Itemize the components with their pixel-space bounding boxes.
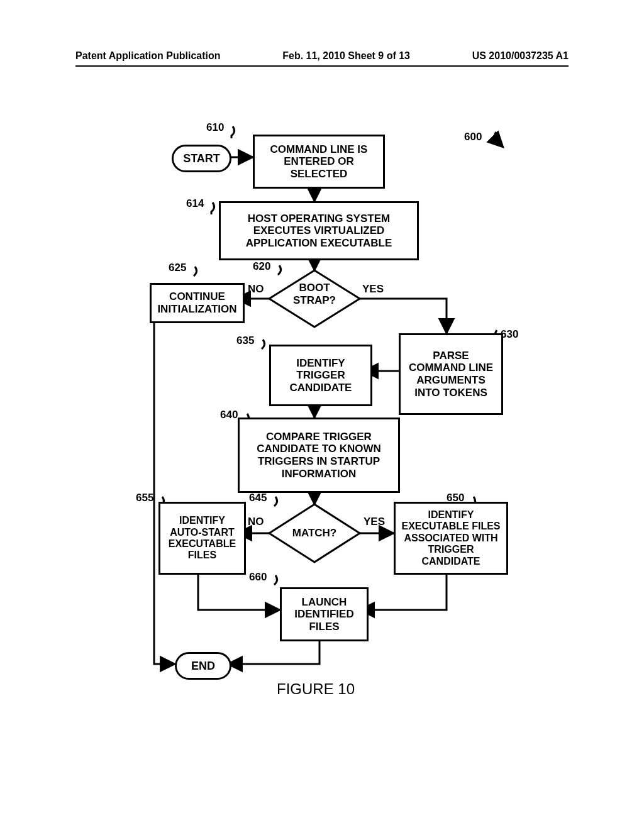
figure-caption: FIGURE 10 (277, 680, 355, 698)
end-terminator: END (175, 652, 231, 680)
box-655: IDENTIFY AUTO-START EXECUTABLE FILES (158, 502, 246, 575)
ref-600: 600 (464, 131, 482, 143)
box-610: COMMAND LINE IS ENTERED OR SELECTED (253, 135, 385, 189)
box-630: PARSE COMMAND LINE ARGUMENTS INTO TOKENS (399, 333, 503, 415)
box-650: IDENTIFY EXECUTABLE FILES ASSOCIATED WIT… (394, 502, 508, 575)
edge-645-yes: YES (364, 516, 385, 528)
box-625: CONTINUE INITIALIZATION (150, 283, 245, 323)
ref-640: 640 (220, 409, 238, 421)
diamond-620-text: BOOT STRAP? (293, 282, 336, 306)
edge-645-no: NO (248, 516, 264, 528)
ref-625: 625 (169, 262, 186, 274)
box-614: HOST OPERATING SYSTEM EXECUTES VIRTUALIZ… (219, 201, 419, 260)
diamond-645: MATCH? (291, 527, 338, 540)
diamond-620: BOOT STRAP? (287, 282, 342, 306)
ref-645: 645 (249, 492, 267, 504)
flowchart-connectors: .ln { stroke:#000; stroke-width:3; fill:… (0, 0, 644, 830)
diamond-645-text: MATCH? (292, 527, 337, 539)
edge-620-yes: YES (362, 283, 384, 296)
box-635: IDENTIFY TRIGGER CANDIDATE (269, 345, 372, 406)
ref-650: 650 (447, 492, 464, 504)
start-terminator: START (172, 145, 231, 172)
ref-614: 614 (186, 197, 204, 210)
box-640: COMPARE TRIGGER CANDIDATE TO KNOWN TRIGG… (238, 418, 400, 493)
ref-655: 655 (136, 492, 153, 504)
edge-620-no: NO (248, 283, 264, 296)
ref-635: 635 (236, 335, 254, 347)
ref-620: 620 (253, 260, 270, 273)
box-660: LAUNCH IDENTIFIED FILES (280, 587, 369, 641)
ref-630: 630 (501, 328, 518, 341)
ref-610: 610 (206, 121, 224, 134)
ref-660: 660 (249, 571, 267, 584)
